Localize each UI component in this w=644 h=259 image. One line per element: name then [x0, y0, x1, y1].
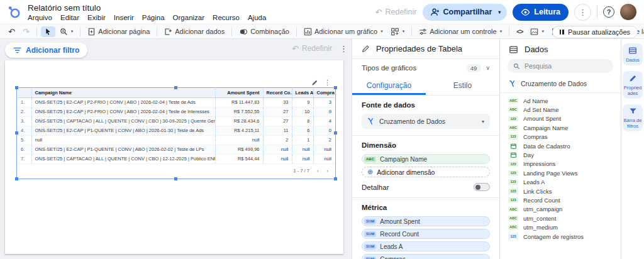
- plus-circle-icon: ⊕: [367, 168, 373, 175]
- add-page-button[interactable]: Adicionar página: [84, 26, 153, 37]
- pagination-next-icon[interactable]: ›: [326, 168, 328, 174]
- report-canvas[interactable]: Adicionar filtro ↶ Redefinir ⋮: [0, 39, 352, 259]
- menu-editar[interactable]: Editar: [60, 14, 79, 21]
- table-cell: R$ 28.434,6: [215, 116, 263, 126]
- metric-chip[interactable]: SUMAmount Spent: [362, 216, 490, 226]
- data-list-icon: [509, 45, 518, 54]
- drill-toggle[interactable]: [474, 183, 490, 191]
- column-header[interactable]: Leads A: [292, 89, 313, 97]
- data-panel-source[interactable]: Cruzamento de Dados: [500, 78, 621, 93]
- data-table: Campaign NameAmount SpentRecord Co...Lea…: [18, 89, 335, 164]
- add-dimension-button[interactable]: ⊕ Adicionar dimensão: [362, 167, 490, 177]
- canvas-more-menu[interactable]: ⋮: [340, 45, 348, 53]
- field-item[interactable]: 123Contagem de registros: [500, 232, 621, 241]
- blend-icon: [239, 28, 248, 36]
- field-item[interactable]: 123Amount Spent: [500, 114, 621, 123]
- drill-label: Detalhar: [362, 184, 389, 191]
- resize-handle[interactable]: [15, 177, 18, 180]
- edit-chart-pencil-icon[interactable]: [311, 79, 318, 86]
- field-search[interactable]: [508, 59, 613, 73]
- rail-button-filter[interactable]: Barra de filtros: [623, 104, 643, 131]
- rail-button-label: Propriedades: [623, 85, 642, 96]
- column-header[interactable]: Record Co...: [263, 89, 292, 97]
- table-cell: 4: [313, 116, 335, 126]
- rail-button-data[interactable]: Dados: [623, 43, 643, 65]
- toolbar-divider: [231, 27, 232, 36]
- add-filter-button[interactable]: Adicionar filtro: [5, 43, 87, 58]
- eye-icon: [521, 8, 530, 17]
- field-item[interactable]: ABCAd Name: [500, 96, 621, 105]
- header-more-menu[interactable]: ⋮: [574, 4, 591, 21]
- column-header[interactable]: Compras: [313, 89, 335, 97]
- field-label: Compras: [523, 133, 548, 140]
- field-type-badge: 123: [508, 197, 518, 203]
- field-item[interactable]: 123Leads A: [500, 178, 621, 187]
- field-search-input[interactable]: [525, 62, 600, 70]
- rail-button-pencil[interactable]: Propriedades: [623, 71, 643, 99]
- field-item[interactable]: ABCAd Set Name: [500, 105, 621, 114]
- pause-updates-button[interactable]: Pausar atualizações: [552, 26, 638, 38]
- metric-chip[interactable]: SUMRecord Count: [362, 229, 490, 239]
- menu-inserir[interactable]: Inserir: [114, 14, 134, 21]
- add-chart-button[interactable]: Adicionar um gráfico ▾: [301, 26, 386, 37]
- tab-style[interactable]: Estilo: [426, 77, 499, 95]
- field-item[interactable]: Data de Cadastro: [500, 141, 621, 150]
- report-title[interactable]: Relatório sem título: [28, 3, 266, 13]
- community-viz-button[interactable]: ▾: [387, 26, 408, 37]
- properties-title: Propriedades de Tabela: [376, 44, 462, 53]
- resize-handle[interactable]: [174, 177, 177, 180]
- field-item[interactable]: 123Compras: [500, 133, 621, 141]
- menu-ajuda[interactable]: Ajuda: [248, 14, 266, 21]
- field-type-badge: 123: [508, 162, 518, 167]
- pagination-prev-icon[interactable]: ‹: [317, 168, 319, 174]
- menu-arquivo[interactable]: Arquivo: [28, 14, 52, 21]
- data-source-select[interactable]: Cruzamento de Dados ▾: [362, 114, 490, 129]
- share-button[interactable]: Compartilhar ▾: [423, 4, 508, 21]
- column-header[interactable]: Amount Spent: [215, 89, 263, 97]
- metric-chip[interactable]: SUMLeads A: [362, 241, 490, 251]
- community-viz-icon: [391, 28, 399, 36]
- help-button[interactable]: ?: [603, 6, 614, 18]
- chart-types-row[interactable]: Tipos de gráficos 49 ∨: [352, 59, 499, 77]
- menu-pagina[interactable]: Página: [142, 14, 165, 21]
- field-item[interactable]: 123Record Count: [500, 196, 621, 204]
- community-viz-caret-icon: ▾: [402, 29, 405, 34]
- menu-organizar[interactable]: Organizar: [173, 14, 205, 21]
- field-type-badge: 123: [508, 170, 518, 176]
- undo-button[interactable]: ↶: [5, 26, 18, 37]
- chart-more-menu[interactable]: ⋮: [324, 79, 331, 86]
- row-number: 3.: [18, 116, 31, 126]
- select-tool-button[interactable]: [41, 26, 55, 37]
- field-item[interactable]: 123Link Clicks: [500, 187, 621, 196]
- embed-url-button[interactable]: <>: [513, 26, 526, 36]
- add-image-button[interactable]: ▾: [527, 26, 547, 37]
- view-mode-button[interactable]: Leitura: [513, 4, 569, 21]
- field-item[interactable]: ABCCampaign Name: [500, 123, 621, 132]
- redo-button[interactable]: ↷: [19, 26, 33, 37]
- column-header[interactable]: Campaign Name: [31, 89, 215, 97]
- app-header: Relatório sem título ArquivoEditarExibir…: [0, 0, 644, 24]
- user-avatar[interactable]: [620, 4, 636, 20]
- field-item[interactable]: Day: [500, 150, 621, 159]
- report-page[interactable]: ⋮ Campaign NameAmount SpentRecord Co...L…: [5, 60, 343, 254]
- metric-chip[interactable]: SUMCompras: [362, 254, 490, 259]
- share-dropdown-caret[interactable]: ▾: [496, 9, 503, 15]
- blend-button[interactable]: Combinação: [236, 26, 292, 37]
- tab-setup[interactable]: Configuração: [352, 77, 426, 95]
- resize-handle[interactable]: [334, 177, 337, 180]
- field-label: utm_medium: [523, 224, 558, 231]
- dimension-chip[interactable]: ABCCampaign Name: [362, 154, 490, 164]
- field-item[interactable]: ABCutm_content: [500, 214, 621, 223]
- field-item[interactable]: 123Landing Page Views: [500, 168, 621, 177]
- table-cell: R$ 4.215,11: [215, 126, 263, 135]
- add-data-button[interactable]: Adicionar dados: [161, 26, 228, 37]
- add-control-button[interactable]: Adicionar um controle ▾: [416, 26, 505, 37]
- field-item[interactable]: 123Impressions: [500, 160, 621, 168]
- field-label: Record Count: [523, 197, 560, 204]
- table-chart[interactable]: ⋮ Campaign NameAmount SpentRecord Co...L…: [18, 89, 335, 178]
- zoom-tool-button[interactable]: ▾: [57, 26, 77, 37]
- menu-recurso[interactable]: Recurso: [213, 14, 240, 21]
- field-item[interactable]: ABCutm_medium: [500, 223, 621, 231]
- field-item[interactable]: ABCutm_campaign: [500, 205, 621, 214]
- menu-exibir[interactable]: Exibir: [87, 14, 106, 21]
